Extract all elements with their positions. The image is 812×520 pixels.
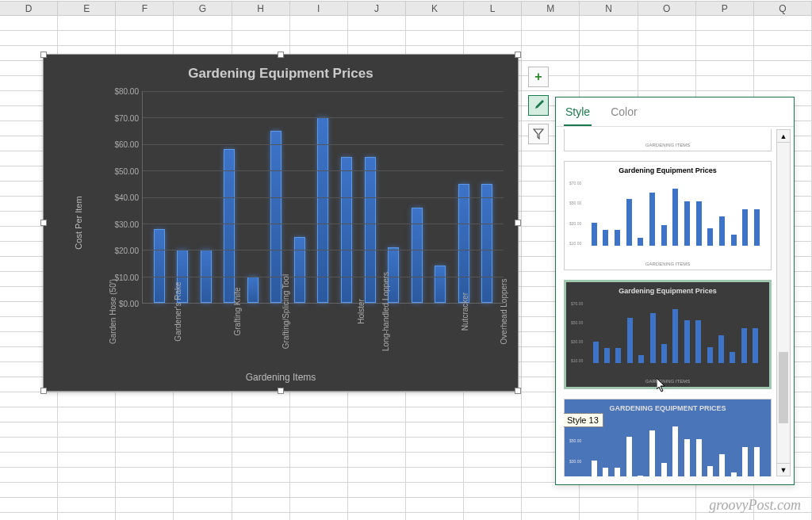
column-header[interactable]: L — [463, 1, 522, 16]
mouse-cursor-icon — [657, 378, 668, 394]
bar[interactable] — [365, 157, 376, 303]
chart-styles-button[interactable] — [528, 95, 549, 116]
column-header[interactable]: O — [638, 1, 696, 16]
chart-style-panel: Style Color GARDENING ITEMS Gardening Eq… — [555, 97, 795, 485]
column-header[interactable]: Q — [753, 1, 812, 16]
column-header[interactable]: F — [115, 1, 174, 16]
chart-title[interactable]: Gardening Equipment Prices — [44, 55, 518, 88]
chart-plot[interactable] — [142, 91, 504, 304]
funnel-icon — [533, 128, 544, 140]
plus-icon: + — [534, 70, 542, 84]
thumb-yticks: $70.00$50.00$30.00$10.00 — [571, 301, 588, 363]
thumb-bars — [590, 301, 761, 363]
chart-elements-button[interactable]: + — [528, 67, 549, 87]
column-header[interactable]: D — [0, 1, 58, 16]
bar[interactable] — [458, 184, 469, 303]
plot-area[interactable]: $0.00$10.00$20.00$30.00$40.00$50.00$60.0… — [82, 91, 504, 304]
resize-handle[interactable] — [40, 52, 47, 58]
resize-handle[interactable] — [515, 220, 521, 226]
watermark: groovyPost.com — [709, 497, 801, 514]
column-header[interactable]: J — [347, 1, 406, 16]
column-header[interactable]: P — [695, 1, 754, 16]
column-header[interactable]: M — [521, 1, 580, 16]
thumb-bars — [588, 419, 763, 476]
scroll-up-button[interactable]: ▲ — [777, 130, 790, 143]
chart-object[interactable]: Gardening Equipment Prices Cost Per Item… — [43, 54, 519, 392]
style-tooltip: Style 13 — [564, 413, 603, 427]
style-thumbnail-selected[interactable]: Gardening Equipment Prices $70.00$50.00$… — [564, 280, 772, 389]
resize-handle[interactable] — [515, 52, 521, 58]
scroll-down-button[interactable]: ▼ — [777, 463, 790, 476]
style-thumbnail[interactable]: Gardening Equipment Prices $70.00$50.00$… — [564, 161, 772, 270]
column-header[interactable]: G — [173, 1, 232, 16]
resize-handle[interactable] — [278, 388, 284, 394]
bar[interactable] — [341, 157, 352, 303]
column-header[interactable]: I — [289, 1, 348, 16]
thumb-yticks: $70.00$50.00$30.00$10.00 — [569, 181, 587, 246]
panel-scrollbar[interactable]: ▲ ▼ — [776, 129, 791, 476]
style-thumbnail[interactable]: GARDENING ITEMS — [564, 129, 772, 151]
chart-filter-button[interactable] — [528, 124, 549, 144]
column-headers: DEFGHIJKLMNOPQ — [0, 2, 812, 16]
column-header[interactable]: H — [232, 1, 290, 16]
panel-tabs: Style Color — [556, 98, 794, 127]
style-thumbnails: GARDENING ITEMS Gardening Equipment Pric… — [564, 129, 772, 476]
bar[interactable] — [481, 184, 492, 303]
brush-icon — [532, 99, 545, 112]
resize-handle[interactable] — [515, 388, 521, 394]
tab-color[interactable]: Color — [609, 102, 638, 126]
column-header[interactable]: E — [57, 1, 116, 16]
resize-handle[interactable] — [40, 388, 47, 394]
chart-side-buttons: + — [528, 67, 550, 152]
column-header[interactable]: K — [405, 1, 464, 16]
column-header[interactable]: N — [579, 1, 638, 16]
scroll-thumb[interactable] — [779, 352, 788, 423]
bar[interactable] — [224, 149, 235, 303]
tab-style[interactable]: Style — [564, 102, 592, 126]
style-thumbnail[interactable]: GARDENING EQUIPMENT PRICES $70.00$50.00$… — [564, 399, 772, 476]
y-axis-ticks: $0.00$10.00$20.00$30.00$40.00$50.00$60.0… — [105, 91, 142, 304]
resize-handle[interactable] — [278, 52, 284, 58]
thumb-bars — [588, 181, 763, 246]
x-axis-ticks: Garden Hose (50')Gardener's RakeGrafting… — [109, 307, 515, 362]
x-axis-label[interactable]: Gardening Items — [44, 372, 518, 383]
resize-handle[interactable] — [40, 220, 47, 226]
